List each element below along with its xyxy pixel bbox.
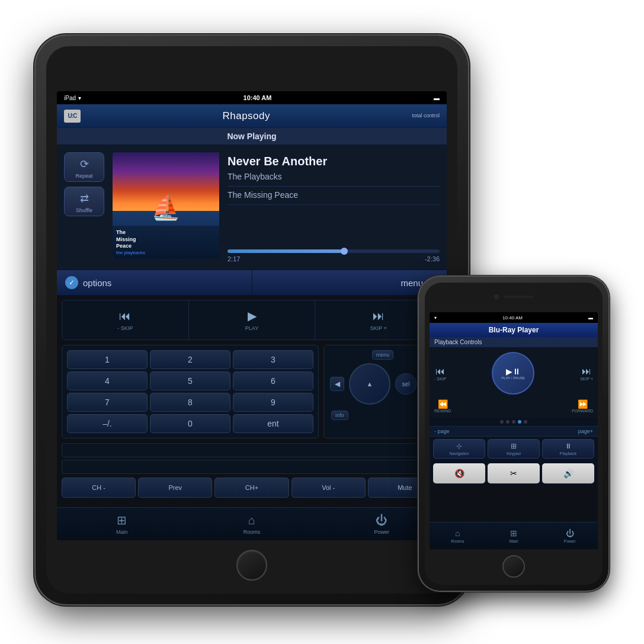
iphone-skip-back-label: - SKIP [434,377,446,381]
iphone-battery-icon: ▬ [588,315,593,321]
navigation-icon: ⊹ [456,442,462,450]
repeat-button[interactable]: ⟳ Repeat [64,152,104,182]
sel-button[interactable]: sel [395,373,416,395]
rooms-tab-icon: ⌂ [248,514,255,527]
skip-back-icon: ⏮ [119,309,131,323]
rewind-icon: ⏪ [438,399,448,409]
iphone-power-icon: ⏻ [566,528,574,538]
key-3[interactable]: 3 [233,350,313,369]
power-tab-icon: ⏻ [376,514,387,527]
iphone-cut-button[interactable]: ✂ [488,463,540,483]
play-button[interactable]: ▶ PLAY [189,300,316,339]
menu-nav-button[interactable]: menu [372,350,394,360]
iphone-main-label: Main [509,539,518,543]
time-remaining: -2:36 [425,255,440,262]
iphone-tab-power[interactable]: ⏻ Power [542,523,598,549]
iphone-tab-main[interactable]: ⊞ Main [486,523,542,549]
prev-button[interactable]: Prev [138,478,212,498]
track-name: Never Be Another [228,155,440,168]
ipad-home-button[interactable] [236,550,267,581]
shuffle-button[interactable]: ⇄ Shuffle [64,187,104,216]
iphone-bezel: ▾ 10:40 AM ▬ Blu-Ray Player Playback Con… [425,283,603,585]
nav-up-button[interactable]: ▲ [349,363,390,405]
progress-bar-bg[interactable] [228,249,440,253]
repeat-label: Repeat [75,173,92,179]
iphone-app-header: Blu-Ray Player [430,323,598,337]
page-prev-button[interactable]: - page [434,428,450,434]
iphone-volume-button[interactable]: 🔊 [542,463,594,483]
skip-back-button[interactable]: ⏮ - SKIP [62,300,189,339]
forward-icon: ⏩ [578,399,588,409]
repeat-icon: ⟳ [80,158,89,171]
menu-button[interactable]: menu [252,270,447,295]
iphone-mute-button[interactable]: 🔇 [433,463,485,483]
ch-plus-button[interactable]: CH+ [214,478,289,498]
logo-icon: U:C [64,110,81,123]
iphone-tab-bar: ⌂ Rooms ⊞ Main ⏻ Power [430,522,598,549]
info-nav-button[interactable]: info [331,411,348,420]
iphone-play-pause-label: PLAY / PAUSE [501,376,525,380]
iphone-skip-back-icon: ⏮ [435,366,445,377]
iphone-second-row: ⏪ REWIND ⏩ FORWARD [434,399,593,413]
iphone-home-button[interactable] [502,555,525,578]
skip-back-label: - SKIP [117,325,133,331]
iphone-camera-area [494,294,533,299]
scene: iPad ▾ 10:40 AM ▬ U:C Rhapsody [0,0,644,644]
ch-minus-button[interactable]: CH - [62,478,136,498]
iphone-rewind-button[interactable]: ⏪ REWIND [434,399,451,413]
key-7[interactable]: 7 [67,393,148,412]
playback-tab[interactable]: ⏸ Playback [542,439,594,459]
iphone-transport: ⏮ - SKIP ▶⏸ PLAY / PAUSE ⏭ SKIP + [430,347,598,418]
wifi-icon: ▾ [78,95,81,101]
nav-left-button[interactable]: ◀ [330,377,344,391]
key-0[interactable]: 0 [150,414,230,433]
ipad-time: 10:40 AM [243,94,272,101]
key-ent[interactable]: ent [233,414,313,433]
key-1[interactable]: 1 [67,350,148,369]
keypad-tab[interactable]: ⊞ Keypad [488,439,540,459]
iphone-wifi-icon: ▾ [434,315,437,321]
app-header: U:C Rhapsody total control [57,104,447,128]
iphone-forward-button[interactable]: ⏩ FORWARD [572,399,593,413]
key-2[interactable]: 2 [150,350,230,369]
dot-1 [500,420,504,424]
track-album: The Missing Peace [228,190,440,205]
speaker-slit [504,296,533,298]
check-icon: ✓ [65,276,78,289]
tab-bar: ⊞ Main ⌂ Rooms ⏻ Power [57,507,447,540]
options-button[interactable]: ✓ options [57,270,252,295]
time-display: 2:17 -2:36 [228,255,440,262]
iphone-tab-rooms[interactable]: ⌂ Rooms [430,523,486,549]
forward-label: FORWARD [572,409,593,413]
dot-4 [518,420,521,424]
navigation-tab[interactable]: ⊹ Navigation [433,439,485,459]
iphone-time: 10:40 AM [502,315,523,321]
page-next-button[interactable]: page+ [578,428,593,434]
vol-minus-button[interactable]: Vol - [291,478,366,498]
now-playing-header: Now Playing [57,128,447,145]
key-9[interactable]: 9 [233,393,313,412]
iphone-skip-forward-button[interactable]: ⏭ SKIP + [580,366,593,381]
iphone-skip-back-button[interactable]: ⏮ - SKIP [434,366,446,381]
iphone-play-pause-button[interactable]: ▶⏸ PLAY / PAUSE [492,352,534,395]
album-art-overlay: TheMissingPeace the playbacks [113,226,219,259]
key-dash[interactable]: –/. [67,414,148,433]
key-5[interactable]: 5 [150,371,230,390]
now-playing-content: ⟳ Repeat ⇄ Shuffle ⛵ [57,145,447,270]
options-bar: ✓ options menu [57,270,447,295]
ipad-screen: iPad ▾ 10:40 AM ▬ U:C Rhapsody [57,91,447,540]
main-tab-icon: ⊞ [117,513,127,527]
key-6[interactable]: 6 [233,371,313,390]
track-info: Never Be Another The Playbacks The Missi… [228,152,440,262]
ipad-status-bar: iPad ▾ 10:40 AM ▬ [57,91,447,104]
tab-rooms[interactable]: ⌂ Rooms [187,508,316,540]
shuffle-label: Shuffle [76,207,92,213]
iphone-rooms-label: Rooms [451,539,464,543]
key-8[interactable]: 8 [150,393,230,412]
key-4[interactable]: 4 [67,371,148,390]
tab-main[interactable]: ⊞ Main [57,508,187,540]
album-art: ⛵ TheMissingPeace the playbacks [113,152,219,259]
play-icon: ▶ [248,309,257,323]
blank-row-1 [62,443,442,457]
iphone-play-pause-icon: ▶⏸ [506,367,521,376]
